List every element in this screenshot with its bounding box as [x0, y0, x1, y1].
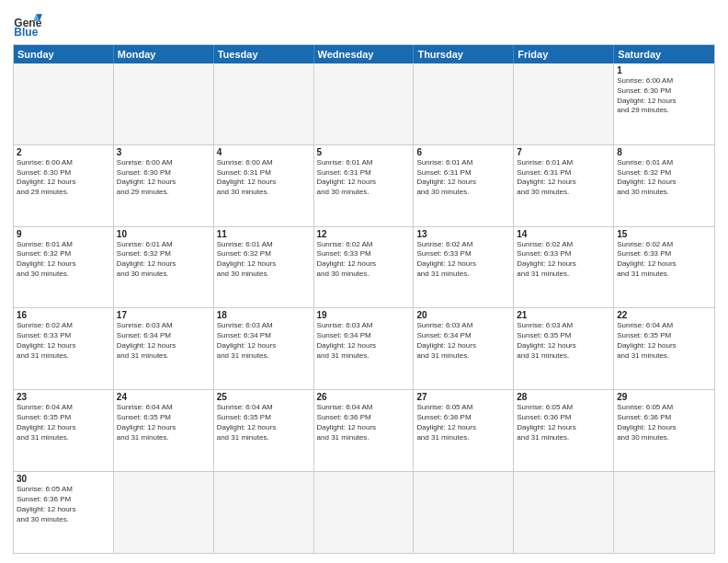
cal-header-thursday: Thursday	[414, 45, 514, 63]
cell-info: Sunrise: 6:01 AM Sunset: 6:32 PM Dayligh…	[617, 158, 711, 198]
calendar-row: 9Sunrise: 6:01 AM Sunset: 6:32 PM Daylig…	[14, 226, 714, 308]
day-number: 11	[217, 229, 311, 239]
calendar-cell: 28Sunrise: 6:05 AM Sunset: 6:36 PM Dayli…	[514, 390, 614, 471]
cell-info: Sunrise: 6:00 AM Sunset: 6:30 PM Dayligh…	[117, 158, 210, 198]
calendar-cell: 13Sunrise: 6:02 AM Sunset: 6:33 PM Dayli…	[414, 227, 514, 308]
calendar-cell	[314, 63, 415, 144]
cell-info: Sunrise: 6:05 AM Sunset: 6:36 PM Dayligh…	[416, 403, 510, 442]
calendar-cell: 22Sunrise: 6:04 AM Sunset: 6:35 PM Dayli…	[614, 308, 714, 389]
day-number: 1	[617, 65, 711, 75]
calendar-cell: 25Sunrise: 6:04 AM Sunset: 6:35 PM Dayli…	[214, 390, 314, 471]
cal-header-tuesday: Tuesday	[214, 45, 314, 63]
calendar-cell	[614, 472, 714, 553]
cell-info: Sunrise: 6:01 AM Sunset: 6:32 PM Dayligh…	[117, 240, 210, 280]
cell-info: Sunrise: 6:03 AM Sunset: 6:34 PM Dayligh…	[217, 321, 311, 361]
cell-info: Sunrise: 6:03 AM Sunset: 6:34 PM Dayligh…	[317, 321, 411, 361]
day-number: 4	[217, 147, 311, 157]
calendar-row: 30Sunrise: 6:05 AM Sunset: 6:36 PM Dayli…	[14, 471, 714, 553]
cell-info: Sunrise: 6:04 AM Sunset: 6:35 PM Dayligh…	[17, 403, 110, 442]
cell-info: Sunrise: 6:00 AM Sunset: 6:31 PM Dayligh…	[217, 158, 311, 198]
cell-info: Sunrise: 6:04 AM Sunset: 6:36 PM Dayligh…	[317, 403, 411, 442]
calendar-cell	[14, 63, 114, 144]
calendar-cell	[114, 63, 214, 144]
day-number: 29	[617, 392, 711, 402]
calendar-cell: 5Sunrise: 6:01 AM Sunset: 6:31 PM Daylig…	[314, 145, 415, 226]
calendar-cell: 12Sunrise: 6:02 AM Sunset: 6:33 PM Dayli…	[314, 227, 415, 308]
general-blue-icon: General Blue	[13, 9, 42, 39]
cell-info: Sunrise: 6:01 AM Sunset: 6:31 PM Dayligh…	[416, 158, 510, 198]
cell-info: Sunrise: 6:00 AM Sunset: 6:30 PM Dayligh…	[617, 76, 711, 116]
day-number: 3	[117, 147, 210, 157]
calendar-cell: 8Sunrise: 6:01 AM Sunset: 6:32 PM Daylig…	[614, 145, 714, 226]
cal-header-friday: Friday	[514, 45, 614, 63]
header: General Blue	[13, 9, 715, 39]
cal-header-monday: Monday	[114, 45, 214, 63]
day-number: 14	[517, 229, 610, 239]
day-number: 26	[317, 392, 411, 402]
calendar-cell: 20Sunrise: 6:03 AM Sunset: 6:34 PM Dayli…	[414, 308, 514, 389]
calendar-cell: 27Sunrise: 6:05 AM Sunset: 6:36 PM Dayli…	[414, 390, 514, 471]
cal-header-sunday: Sunday	[14, 45, 114, 63]
calendar-cell: 14Sunrise: 6:02 AM Sunset: 6:33 PM Dayli…	[514, 227, 614, 308]
calendar-cell: 16Sunrise: 6:02 AM Sunset: 6:33 PM Dayli…	[14, 308, 114, 389]
day-number: 2	[17, 147, 110, 157]
cell-info: Sunrise: 6:03 AM Sunset: 6:34 PM Dayligh…	[416, 321, 510, 361]
cell-info: Sunrise: 6:04 AM Sunset: 6:35 PM Dayligh…	[117, 403, 210, 442]
cell-info: Sunrise: 6:05 AM Sunset: 6:36 PM Dayligh…	[17, 485, 110, 524]
calendar-cell: 30Sunrise: 6:05 AM Sunset: 6:36 PM Dayli…	[14, 472, 114, 553]
day-number: 13	[416, 229, 510, 239]
calendar-cell	[314, 472, 415, 553]
calendar: SundayMondayTuesdayWednesdayThursdayFrid…	[13, 44, 715, 554]
calendar-cell: 21Sunrise: 6:03 AM Sunset: 6:35 PM Dayli…	[514, 308, 614, 389]
day-number: 15	[617, 229, 711, 239]
calendar-cell: 18Sunrise: 6:03 AM Sunset: 6:34 PM Dayli…	[214, 308, 314, 389]
day-number: 7	[517, 147, 610, 157]
day-number: 16	[17, 310, 110, 320]
day-number: 17	[117, 310, 210, 320]
cell-info: Sunrise: 6:02 AM Sunset: 6:33 PM Dayligh…	[517, 240, 610, 280]
day-number: 27	[416, 392, 510, 402]
calendar-header: SundayMondayTuesdayWednesdayThursdayFrid…	[14, 45, 714, 63]
day-number: 28	[517, 392, 610, 402]
calendar-cell: 15Sunrise: 6:02 AM Sunset: 6:33 PM Dayli…	[614, 227, 714, 308]
calendar-cell: 9Sunrise: 6:01 AM Sunset: 6:32 PM Daylig…	[14, 227, 114, 308]
calendar-row: 2Sunrise: 6:00 AM Sunset: 6:30 PM Daylig…	[14, 144, 714, 226]
day-number: 21	[517, 310, 610, 320]
calendar-row: 1Sunrise: 6:00 AM Sunset: 6:30 PM Daylig…	[14, 63, 714, 144]
day-number: 22	[617, 310, 711, 320]
day-number: 18	[217, 310, 311, 320]
day-number: 24	[117, 392, 210, 402]
day-number: 5	[317, 147, 411, 157]
calendar-cell: 7Sunrise: 6:01 AM Sunset: 6:31 PM Daylig…	[514, 145, 614, 226]
day-number: 8	[617, 147, 711, 157]
calendar-row: 16Sunrise: 6:02 AM Sunset: 6:33 PM Dayli…	[14, 307, 714, 389]
day-number: 30	[17, 474, 110, 484]
day-number: 23	[17, 392, 110, 402]
calendar-cell	[514, 63, 614, 144]
calendar-cell	[114, 472, 214, 553]
calendar-cell: 1Sunrise: 6:00 AM Sunset: 6:30 PM Daylig…	[614, 63, 714, 144]
cell-info: Sunrise: 6:01 AM Sunset: 6:31 PM Dayligh…	[317, 158, 411, 198]
calendar-cell: 3Sunrise: 6:00 AM Sunset: 6:30 PM Daylig…	[114, 145, 214, 226]
calendar-row: 23Sunrise: 6:04 AM Sunset: 6:35 PM Dayli…	[14, 389, 714, 471]
cell-info: Sunrise: 6:02 AM Sunset: 6:33 PM Dayligh…	[416, 240, 510, 280]
calendar-cell: 24Sunrise: 6:04 AM Sunset: 6:35 PM Dayli…	[114, 390, 214, 471]
cell-info: Sunrise: 6:01 AM Sunset: 6:32 PM Dayligh…	[17, 240, 110, 280]
calendar-cell	[414, 472, 514, 553]
calendar-cell	[214, 472, 314, 553]
page: General Blue SundayMondayTuesdayWednesda…	[0, 0, 728, 563]
cal-header-wednesday: Wednesday	[314, 45, 415, 63]
day-number: 9	[17, 229, 110, 239]
cell-info: Sunrise: 6:00 AM Sunset: 6:30 PM Dayligh…	[17, 158, 110, 198]
calendar-body: 1Sunrise: 6:00 AM Sunset: 6:30 PM Daylig…	[14, 63, 714, 553]
calendar-cell: 29Sunrise: 6:05 AM Sunset: 6:36 PM Dayli…	[614, 390, 714, 471]
cell-info: Sunrise: 6:05 AM Sunset: 6:36 PM Dayligh…	[617, 403, 711, 442]
cell-info: Sunrise: 6:02 AM Sunset: 6:33 PM Dayligh…	[317, 240, 411, 280]
day-number: 6	[416, 147, 510, 157]
calendar-cell	[514, 472, 614, 553]
calendar-cell: 11Sunrise: 6:01 AM Sunset: 6:32 PM Dayli…	[214, 227, 314, 308]
cell-info: Sunrise: 6:04 AM Sunset: 6:35 PM Dayligh…	[217, 403, 311, 442]
day-number: 10	[117, 229, 210, 239]
logo: General Blue	[13, 9, 42, 39]
svg-text:Blue: Blue	[14, 26, 38, 39]
